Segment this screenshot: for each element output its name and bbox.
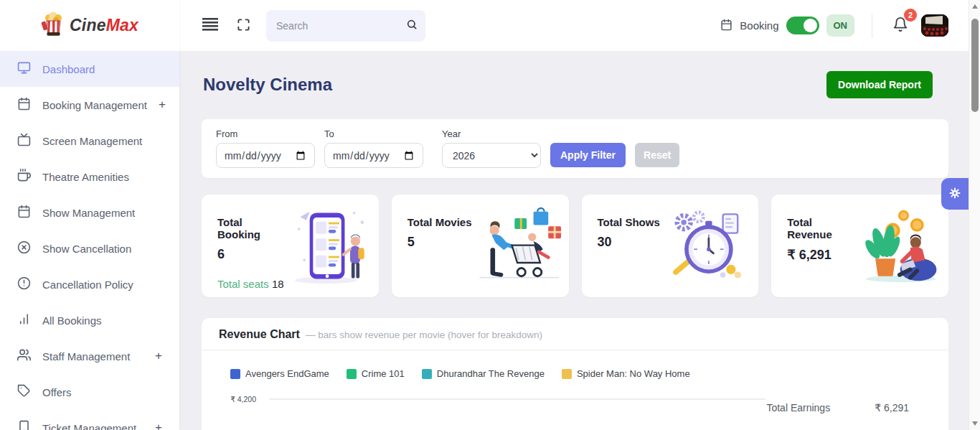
alert-circle-icon	[17, 276, 31, 292]
scroll-up-arrow[interactable]	[972, 4, 978, 9]
coffee-icon	[17, 169, 31, 184]
calendar-icon	[720, 19, 732, 33]
scroll-down-arrow[interactable]	[972, 421, 978, 426]
sidebar-item-offers[interactable]: Offers	[0, 374, 179, 410]
sidebar-item-label: Booking Management	[42, 99, 147, 111]
reset-button[interactable]: Reset	[635, 143, 679, 167]
popcorn-bucket-icon	[41, 11, 65, 40]
filter-bar: From To Year 2026 Apply Filter Reset	[202, 119, 948, 178]
sidebar-nav: Dashboard Booking Management + Screen Ma…	[0, 51, 179, 430]
topbar-right: Booking ON 2	[720, 14, 948, 38]
y-axis-tick-label: ₹ 4,200	[219, 395, 256, 403]
smartphone-icon	[17, 420, 31, 430]
scrollbar-thumb[interactable]	[971, 19, 979, 112]
sidebar-item-label: Theatre Amenities	[42, 171, 162, 183]
monitor-icon	[17, 61, 31, 77]
sidebar-item-label: Ticket Management	[42, 422, 143, 430]
total-earnings-label: Total Earnings	[766, 402, 830, 413]
expand-plus-icon[interactable]: +	[155, 421, 162, 430]
sidebar-item-label: Offers	[42, 386, 162, 398]
sidebar-item-cancellation-policy[interactable]: Cancellation Policy	[0, 266, 179, 302]
bar-chart-icon	[17, 312, 31, 328]
search-icon	[406, 19, 418, 32]
booking-toggle-label: Booking	[740, 19, 778, 32]
stat-value: ₹ 6,291	[787, 247, 854, 263]
sidebar-item-dashboard[interactable]: Dashboard	[0, 51, 179, 87]
expand-plus-icon[interactable]: +	[159, 98, 166, 112]
booking-toggle-switch[interactable]	[786, 17, 819, 34]
stat-value: 5	[407, 235, 472, 250]
users-icon	[17, 348, 31, 364]
page-scrollbar[interactable]	[969, 0, 980, 430]
fullscreen-button[interactable]	[234, 15, 253, 37]
sidebar: CineMax Dashboard Booking Management + S…	[0, 0, 179, 430]
legend-swatch-yellow	[562, 369, 572, 379]
sidebar-item-label: Show Management	[42, 207, 162, 219]
sidebar-item-show-cancellation[interactable]: Show Cancellation	[0, 230, 179, 266]
revenue-chart-card: Revenue Chart — bars show revenue per mo…	[202, 318, 948, 430]
total-booking-card: Total Booking 6 Total seats 18	[202, 195, 379, 297]
notifications-button[interactable]: 2	[890, 14, 911, 37]
stat-value: 30	[598, 235, 660, 250]
sidebar-item-all-bookings[interactable]: All Bookings	[0, 302, 179, 338]
brand-name: CineMax	[70, 16, 138, 35]
stat-subtext: Total seats 18	[217, 278, 284, 290]
legend-item[interactable]: Spider Man: No Way Home	[562, 368, 690, 379]
sidebar-item-ticket-management[interactable]: Ticket Management +	[0, 410, 179, 430]
stat-title: Total Revenue	[787, 216, 854, 240]
legend-item[interactable]: Dhurandhar The Revenge	[422, 368, 545, 379]
topbar: Booking ON 2	[179, 0, 969, 51]
legend-swatch-green	[347, 369, 357, 379]
download-report-button[interactable]: Download Report	[826, 71, 933, 98]
total-earnings-value: ₹ 6,291	[875, 402, 909, 413]
toggle-knob	[804, 19, 817, 32]
page-header: Novelty Cinema Download Report	[203, 68, 948, 101]
search-button[interactable]	[406, 19, 418, 32]
expand-plus-icon[interactable]: +	[155, 349, 162, 363]
phone-booking-illustration	[284, 206, 372, 286]
shopping-cart-gifts-illustration	[474, 206, 562, 286]
apply-filter-button[interactable]: Apply Filter	[550, 143, 626, 167]
stat-value: 6	[217, 247, 284, 262]
year-field: Year 2026	[442, 128, 541, 168]
brand-logo[interactable]: CineMax	[0, 0, 179, 51]
stat-cards-row: Total Booking 6 Total seats 18	[202, 195, 948, 297]
from-date-input[interactable]	[216, 143, 315, 168]
sidebar-item-theatre-amenities[interactable]: Theatre Amenities	[0, 159, 179, 195]
hamburger-icon	[202, 18, 218, 33]
sidebar-item-staff-management[interactable]: Staff Management +	[0, 338, 179, 374]
year-select[interactable]: 2026	[442, 143, 541, 168]
stat-title: Total Booking	[217, 216, 284, 240]
stat-title: Total Movies	[407, 216, 472, 228]
total-shows-card: Total Shows 30	[582, 195, 759, 297]
sidebar-item-screen-management[interactable]: Screen Management	[0, 123, 179, 159]
chart-title: Revenue Chart	[219, 328, 300, 341]
chart-legend: Avengers EndGame Crime 101 Dhurandhar Th…	[202, 350, 948, 379]
person-coins-illustration	[854, 206, 941, 286]
legend-item[interactable]: Crime 101	[347, 368, 405, 379]
to-date-input[interactable]	[324, 143, 423, 168]
legend-item[interactable]: Avengers EndGame	[230, 368, 329, 379]
gridline	[269, 398, 765, 400]
tag-icon	[17, 384, 31, 400]
settings-fab-button[interactable]	[941, 178, 969, 210]
total-movies-card: Total Movies 5	[392, 195, 569, 297]
to-label: To	[324, 128, 423, 139]
user-avatar[interactable]	[921, 14, 948, 37]
sidebar-item-show-management[interactable]: Show Management	[0, 195, 179, 230]
sidebar-item-label: Dashboard	[42, 63, 162, 75]
legend-swatch-blue	[230, 369, 240, 379]
sidebar-item-booking-management[interactable]: Booking Management +	[0, 87, 179, 123]
topbar-divider	[872, 14, 872, 38]
stopwatch-gears-illustration	[664, 206, 751, 286]
booking-toggle-group: Booking ON	[720, 14, 854, 37]
to-date-field: To	[324, 128, 423, 168]
menu-toggle-button[interactable]	[199, 15, 221, 36]
sidebar-item-label: Screen Management	[42, 135, 162, 147]
page-title: Novelty Cinema	[203, 75, 332, 95]
chart-header: Revenue Chart — bars show revenue per mo…	[202, 318, 948, 350]
legend-swatch-teal	[422, 369, 432, 379]
sidebar-item-label: Cancellation Policy	[42, 279, 162, 291]
search-input[interactable]	[276, 20, 406, 32]
gear-icon	[948, 187, 961, 202]
